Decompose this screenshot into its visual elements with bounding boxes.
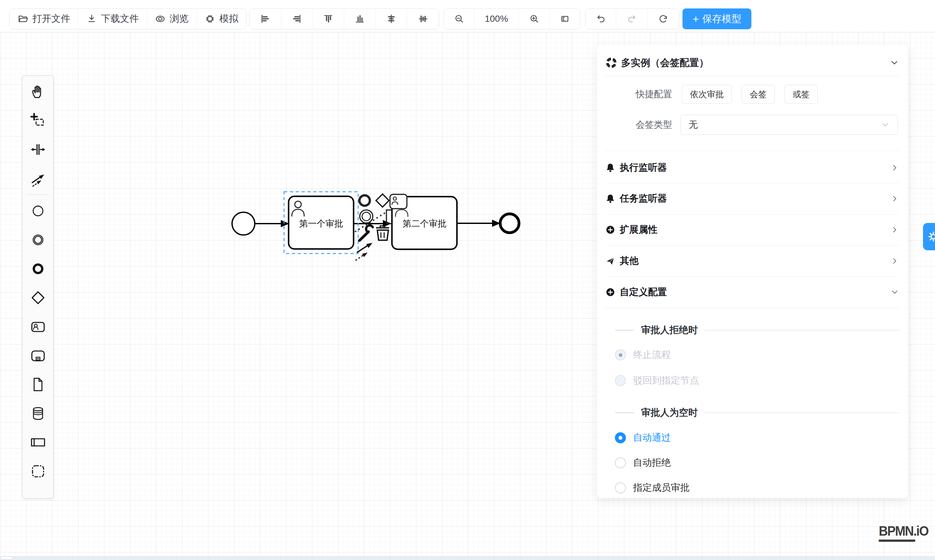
radio-terminate-process[interactable]: 终止流程	[615, 346, 671, 365]
end-event[interactable]	[500, 214, 519, 233]
properties-panel: 多实例（会签配置） 快捷配置 依次审批 会签 或签 会签类型 无 执行监听器 任…	[597, 45, 908, 498]
panel-header[interactable]: 多实例（会签配置）	[606, 51, 899, 74]
align-center-horizontal-button[interactable]	[376, 9, 407, 29]
palette-gateway[interactable]	[22, 283, 53, 312]
palette-intermediate-event[interactable]	[22, 225, 53, 254]
radio-label: 指定成员审批	[633, 482, 690, 494]
chevron-right-icon	[890, 163, 899, 172]
connect-tool-icon[interactable]	[355, 243, 372, 260]
heading-line	[615, 330, 634, 331]
section-label: 自定义配置	[620, 286, 667, 299]
quick-option-orsign-button[interactable]: 或签	[784, 85, 818, 104]
plus-circle-icon	[606, 225, 615, 235]
align-top-button[interactable]	[313, 9, 344, 29]
section-custom-config[interactable]: 自定义配置	[606, 283, 899, 301]
refresh-icon	[658, 13, 669, 25]
quick-config-label: 快捷配置	[606, 88, 672, 100]
palette-subprocess[interactable]	[22, 341, 53, 370]
radio-label: 驳回到指定节点	[633, 374, 699, 387]
radio-icon	[615, 375, 626, 386]
quick-option-countersign-button[interactable]: 会签	[742, 85, 775, 104]
append-text-annotation-icon[interactable]	[386, 210, 392, 224]
task-first-approval[interactable]: 第一个审批	[289, 196, 354, 249]
section-task-listener[interactable]: 任务监听器	[606, 189, 899, 208]
lasso-tool-icon	[29, 112, 47, 129]
palette-participant[interactable]	[22, 428, 53, 457]
zoom-in-button[interactable]	[519, 9, 550, 29]
quick-config-row: 快捷配置 依次审批 会签 或签	[606, 81, 899, 107]
divider	[606, 183, 899, 183]
palette-group[interactable]	[22, 457, 53, 486]
reject-group-title: 审批人拒绝时	[641, 324, 698, 337]
align-left-button[interactable]	[249, 9, 281, 29]
undo-icon	[595, 13, 606, 25]
section-execution-listener[interactable]: 执行监听器	[606, 158, 899, 177]
section-label: 其他	[620, 254, 638, 268]
open-file-button[interactable]: 打开文件	[10, 9, 78, 29]
hand-tool-icon	[29, 83, 47, 100]
palette-lasso-tool[interactable]	[22, 106, 53, 135]
undo-button[interactable]	[586, 9, 616, 29]
palette-connect-tool[interactable]	[22, 164, 53, 193]
align-bottom-button[interactable]	[344, 9, 376, 29]
bell-icon	[606, 163, 615, 172]
empty-group-title: 审批人为空时	[641, 406, 698, 419]
download-file-button[interactable]: 下载文件	[78, 9, 147, 29]
toolbar: 打开文件 下载文件 浏览 模拟	[0, 0, 935, 32]
palette-data-store[interactable]	[22, 399, 53, 428]
simulate-label: 模拟	[219, 12, 238, 25]
sign-type-label: 会签类型	[606, 118, 672, 131]
preview-button[interactable]: 浏览	[147, 9, 197, 29]
align-center-vertical-button[interactable]	[407, 9, 439, 29]
radio-assign-member[interactable]: 指定成员审批	[615, 478, 690, 497]
align-button-group	[249, 8, 439, 29]
start-event[interactable]	[232, 212, 255, 235]
chip-icon	[205, 13, 215, 25]
section-extended-properties[interactable]: 扩展属性	[606, 221, 899, 239]
sign-type-select[interactable]: 无	[681, 115, 898, 135]
bell-icon	[606, 194, 615, 203]
radio-auto-pass[interactable]: 自动通过	[615, 428, 671, 447]
palette-hand-tool[interactable]	[22, 77, 53, 106]
chevron-down-icon[interactable]	[889, 58, 899, 68]
palette-separator	[27, 194, 49, 195]
zoom-in-icon	[529, 13, 540, 25]
align-top-icon	[322, 13, 334, 25]
sequence-flow-3[interactable]	[457, 220, 500, 227]
zoom-button-group: 100%	[444, 8, 580, 29]
radio-auto-reject[interactable]: 自动拒绝	[615, 453, 671, 472]
palette-user-task[interactable]	[22, 312, 53, 341]
align-right-button[interactable]	[281, 9, 313, 29]
append-gateway-icon[interactable]	[376, 194, 389, 207]
palette-end-event[interactable]	[22, 254, 53, 283]
append-user-task-icon[interactable]	[390, 194, 407, 209]
append-intermediate-event-icon[interactable]	[360, 210, 373, 223]
radio-icon	[615, 349, 626, 360]
section-other[interactable]: 其他	[606, 252, 899, 270]
fit-viewport-button[interactable]	[550, 9, 580, 29]
heading-line	[615, 412, 634, 413]
wrench-icon[interactable]	[360, 225, 373, 240]
empty-group-heading: 审批人为空时	[606, 402, 899, 423]
quick-option-sequential-button[interactable]: 依次审批	[682, 85, 732, 104]
chevron-right-icon	[890, 225, 899, 234]
horizontal-scrollbar[interactable]	[0, 556, 935, 560]
palette-space-tool[interactable]	[22, 135, 53, 164]
redo-button[interactable]	[616, 9, 648, 29]
trash-icon[interactable]	[376, 226, 389, 240]
task-label: 第二个审批	[403, 219, 446, 228]
radio-return-to-node[interactable]: 驳回到指定节点	[615, 371, 699, 390]
align-right-icon	[291, 13, 303, 25]
simulate-button[interactable]: 模拟	[197, 9, 246, 29]
palette-start-event[interactable]	[22, 196, 53, 225]
refresh-button[interactable]	[648, 9, 679, 29]
palette-data-object[interactable]	[22, 370, 53, 399]
sign-type-row: 会签类型 无	[606, 112, 899, 138]
scrollbar-thumb[interactable]	[1, 557, 12, 559]
append-end-event-icon[interactable]	[360, 195, 370, 206]
history-button-group	[585, 8, 679, 29]
save-model-button[interactable]: + 保存模型	[683, 8, 751, 29]
divider	[606, 308, 899, 308]
zoom-out-button[interactable]	[444, 9, 475, 29]
divider	[606, 76, 899, 76]
